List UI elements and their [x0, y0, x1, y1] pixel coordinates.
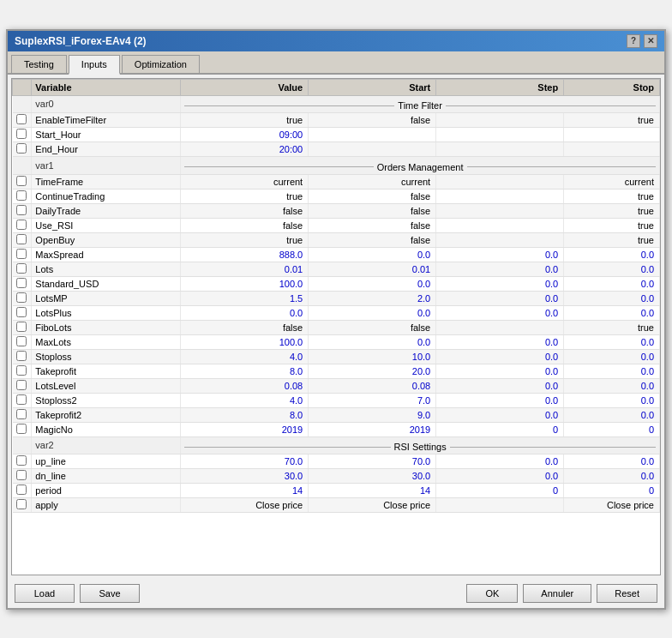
- tab-testing[interactable]: Testing: [11, 55, 67, 73]
- table-row: Use_RSI false false true: [13, 218, 660, 232]
- row-checkbox[interactable]: [16, 485, 27, 495]
- row-checkbox-cell[interactable]: [13, 305, 32, 320]
- row-checkbox-cell[interactable]: [13, 364, 32, 378]
- tab-optimization[interactable]: Optimization: [122, 55, 200, 73]
- row-value: 100.0: [181, 334, 309, 349]
- row-checkbox-cell[interactable]: [13, 113, 32, 128]
- row-value: 0.01: [181, 262, 309, 276]
- row-checkbox-cell[interactable]: [13, 262, 32, 276]
- row-checkbox-cell[interactable]: [13, 247, 32, 262]
- row-step: [436, 113, 564, 128]
- row-checkbox-cell[interactable]: [13, 484, 32, 498]
- row-checkbox[interactable]: [16, 470, 27, 480]
- row-checkbox[interactable]: [16, 190, 27, 201]
- row-checkbox-cell[interactable]: [13, 349, 32, 364]
- row-checkbox[interactable]: [16, 292, 27, 303]
- row-value: 4.0: [181, 393, 309, 407]
- row-checkbox-cell[interactable]: [13, 320, 32, 334]
- parameters-table-container: Variable Value Start Step Stop var0 Time…: [11, 78, 661, 575]
- row-variable: MaxLots: [32, 334, 181, 349]
- close-button[interactable]: ✕: [644, 34, 657, 48]
- row-start: 0.0: [309, 305, 436, 320]
- row-checkbox[interactable]: [16, 424, 27, 434]
- col-variable-header: Variable: [32, 79, 181, 95]
- row-checkbox[interactable]: [16, 143, 27, 153]
- row-checkbox-cell[interactable]: [13, 174, 32, 189]
- row-checkbox[interactable]: [16, 380, 27, 390]
- row-checkbox[interactable]: [16, 351, 27, 361]
- row-stop: 0.0: [564, 454, 660, 469]
- row-checkbox-cell[interactable]: [13, 498, 32, 513]
- row-checkbox[interactable]: [16, 394, 27, 405]
- row-start: false: [309, 232, 436, 247]
- row-checkbox-cell[interactable]: [13, 334, 32, 349]
- row-step: 0.0: [436, 364, 564, 378]
- row-checkbox[interactable]: [16, 409, 27, 419]
- row-checkbox[interactable]: [16, 205, 27, 215]
- table-row: OpenBuy true false true: [13, 232, 660, 247]
- section-checkbox-cell: [13, 95, 32, 113]
- row-checkbox[interactable]: [16, 336, 27, 346]
- row-start: 2.0: [309, 291, 436, 305]
- footer-left-buttons: Load Save: [15, 584, 140, 603]
- row-checkbox[interactable]: [16, 499, 27, 509]
- row-checkbox-cell[interactable]: [13, 291, 32, 305]
- row-checkbox[interactable]: [16, 278, 27, 288]
- row-step: [436, 189, 564, 203]
- row-checkbox-cell[interactable]: [13, 393, 32, 407]
- row-step: [436, 320, 564, 334]
- row-variable: LotsPlus: [32, 305, 181, 320]
- load-button[interactable]: Load: [15, 584, 75, 603]
- row-value: 4.0: [181, 349, 309, 364]
- row-checkbox[interactable]: [16, 365, 27, 376]
- row-variable: up_line: [32, 454, 181, 469]
- row-checkbox[interactable]: [16, 220, 27, 230]
- row-value: 1.5: [181, 291, 309, 305]
- row-value: 30.0: [181, 469, 309, 484]
- save-button[interactable]: Save: [80, 584, 140, 603]
- row-start: 0.08: [309, 378, 436, 393]
- table-row: Stoploss2 4.0 7.0 0.0 0.0: [13, 393, 660, 407]
- row-checkbox-cell[interactable]: [13, 142, 32, 157]
- row-checkbox[interactable]: [16, 307, 27, 317]
- row-checkbox-cell[interactable]: [13, 454, 32, 469]
- row-checkbox[interactable]: [16, 234, 27, 244]
- cancel-button[interactable]: Annuler: [523, 584, 591, 603]
- row-step: [436, 128, 564, 142]
- row-variable: LotsMP: [32, 291, 181, 305]
- col-checkbox-header: [13, 79, 32, 95]
- table-row: DailyTrade false false true: [13, 203, 660, 218]
- row-checkbox-cell[interactable]: [13, 189, 32, 203]
- tab-inputs[interactable]: Inputs: [69, 55, 120, 75]
- row-checkbox-cell[interactable]: [13, 276, 32, 291]
- row-checkbox[interactable]: [16, 322, 27, 332]
- row-stop: 0.0: [564, 378, 660, 393]
- row-checkbox-cell[interactable]: [13, 128, 32, 142]
- row-checkbox[interactable]: [16, 249, 27, 259]
- row-checkbox-cell[interactable]: [13, 232, 32, 247]
- ok-button[interactable]: OK: [466, 584, 518, 603]
- row-checkbox[interactable]: [16, 176, 27, 186]
- row-variable: Use_RSI: [32, 218, 181, 232]
- row-stop: 0: [564, 422, 660, 436]
- row-value: 888.0: [181, 247, 309, 262]
- row-checkbox[interactable]: [16, 114, 27, 124]
- help-button[interactable]: ?: [627, 34, 640, 48]
- table-row: TimeFrame current current current: [13, 174, 660, 189]
- table-row: Standard_USD 100.0 0.0 0.0 0.0: [13, 276, 660, 291]
- row-step: [436, 174, 564, 189]
- row-start: 0.0: [309, 334, 436, 349]
- row-checkbox[interactable]: [16, 263, 27, 274]
- row-checkbox-cell[interactable]: [13, 407, 32, 422]
- row-checkbox-cell[interactable]: [13, 218, 32, 232]
- row-checkbox-cell[interactable]: [13, 203, 32, 218]
- row-step: 0: [436, 484, 564, 498]
- row-step: 0.0: [436, 291, 564, 305]
- main-window: SuplexRSI_iForex-EAv4 (2) ? ✕ Testing In…: [6, 29, 666, 610]
- row-checkbox-cell[interactable]: [13, 422, 32, 436]
- row-checkbox-cell[interactable]: [13, 469, 32, 484]
- row-checkbox[interactable]: [16, 129, 27, 139]
- row-checkbox[interactable]: [16, 455, 27, 466]
- row-checkbox-cell[interactable]: [13, 378, 32, 393]
- reset-button[interactable]: Reset: [597, 584, 657, 603]
